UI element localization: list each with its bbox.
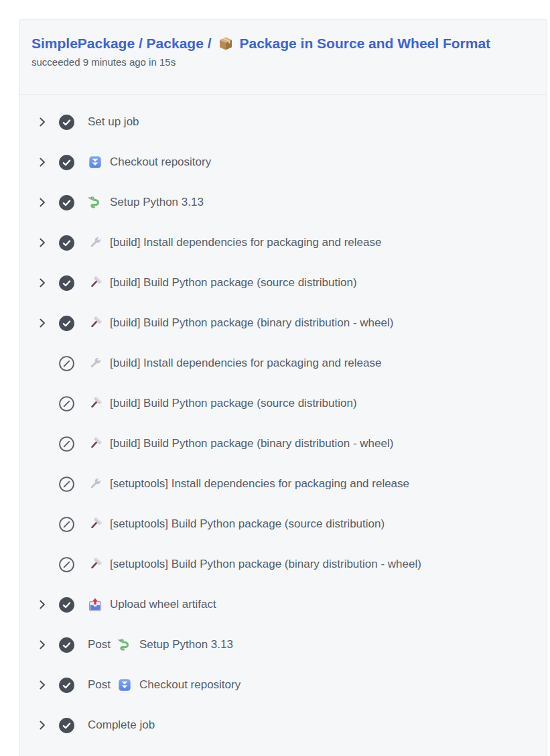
success-icon [58, 114, 75, 131]
step-label: [build] Build Python package (source dis… [110, 276, 357, 290]
breadcrumb[interactable]: SimplePackage / Package / [31, 36, 212, 52]
skipped-icon [58, 516, 75, 533]
chevron-spacer [36, 397, 48, 410]
skipped-icon [58, 436, 75, 452]
step-label: [setuptools] Build Python package (binar… [110, 558, 421, 571]
hammer-icon [88, 396, 102, 411]
success-icon [58, 637, 75, 653]
step-label-prefix: Post [88, 638, 111, 651]
chevron-right-icon[interactable] [36, 116, 48, 128]
step-label-prefix: Post [88, 678, 111, 692]
step-row[interactable]: [setuptools] Build Python package (sourc… [19, 504, 547, 544]
skipped-icon [58, 556, 75, 573]
success-icon [58, 154, 75, 171]
job-status-line: succeeded 9 minutes ago in 15s [31, 56, 535, 68]
chevron-right-icon[interactable] [36, 639, 48, 651]
job-title-text[interactable]: Package in Source and Wheel Format [240, 36, 491, 52]
checkout-icon [88, 155, 102, 170]
step-row[interactable]: [build] Build Python package (binary dis… [19, 424, 547, 464]
step-label: Setup Python 3.13 [110, 196, 204, 209]
step-row[interactable]: [build] Build Python package (source dis… [19, 383, 547, 424]
chevron-spacer [36, 558, 48, 570]
success-icon [58, 315, 75, 332]
success-icon [58, 235, 75, 251]
step-label: [build] Build Python package (source dis… [110, 397, 357, 410]
steps-list: Set up job Checkout repository Setup Pyt… [19, 94, 547, 745]
step-row[interactable]: [build] Build Python package (source dis… [19, 263, 547, 303]
step-row[interactable]: Post Setup Python 3.13 [19, 625, 547, 665]
wrench-icon [88, 235, 102, 250]
chevron-right-icon[interactable] [36, 237, 48, 249]
hammer-icon [88, 275, 102, 290]
chevron-right-icon[interactable] [36, 317, 48, 329]
hammer-icon [88, 316, 102, 330]
chevron-spacer [36, 357, 48, 369]
step-label: Checkout repository [139, 678, 240, 692]
step-row[interactable]: [setuptools] Install dependencies for pa… [19, 464, 547, 504]
success-icon [58, 677, 75, 694]
chevron-spacer [36, 518, 48, 530]
success-icon [58, 194, 75, 211]
step-row[interactable]: Post Checkout repository [19, 665, 547, 705]
upload-icon [88, 597, 102, 612]
step-row[interactable]: Complete job [19, 705, 547, 745]
step-label: [build] Build Python package (binary dis… [110, 437, 393, 450]
step-label: Checkout repository [110, 155, 211, 169]
chevron-right-icon[interactable] [36, 277, 48, 289]
step-label: [setuptools] Build Python package (sourc… [110, 517, 385, 531]
skipped-icon [58, 395, 75, 412]
wrench-icon [88, 356, 102, 371]
step-row[interactable]: Upload wheel artifact [19, 584, 547, 625]
chevron-spacer [36, 478, 48, 490]
step-label: [build] Install dependencies for packagi… [110, 236, 381, 249]
python-icon [88, 195, 102, 210]
success-icon [58, 596, 75, 613]
step-row[interactable]: [build] Install dependencies for packagi… [19, 343, 547, 383]
chevron-right-icon[interactable] [36, 598, 48, 611]
step-label: [setuptools] Install dependencies for pa… [110, 477, 409, 491]
checkout-icon [117, 678, 132, 692]
step-label: [build] Install dependencies for packagi… [110, 357, 381, 370]
step-label: Setup Python 3.13 [139, 638, 233, 651]
step-row[interactable]: Setup Python 3.13 [19, 182, 547, 223]
hammer-icon [88, 436, 102, 451]
hammer-icon [88, 557, 102, 572]
step-row[interactable]: [build] Build Python package (binary dis… [19, 303, 547, 343]
chevron-right-icon[interactable] [36, 156, 48, 168]
hammer-icon [88, 517, 102, 531]
success-icon [58, 717, 75, 734]
skipped-icon [58, 476, 75, 493]
step-label: [build] Build Python package (binary dis… [110, 316, 393, 330]
success-icon [58, 275, 75, 292]
skipped-icon [58, 355, 75, 372]
step-row[interactable]: Set up job [19, 102, 547, 142]
python-icon [117, 637, 132, 652]
wrench-icon [88, 477, 102, 491]
job-run-card: SimplePackage / Package / Package in Sou… [19, 19, 547, 756]
step-row[interactable]: [build] Install dependencies for packagi… [19, 223, 547, 263]
job-header: SimplePackage / Package / Package in Sou… [19, 19, 547, 94]
job-title-link[interactable]: SimplePackage / Package / Package in Sou… [31, 36, 535, 52]
step-label: Complete job [88, 718, 155, 732]
package-icon [218, 36, 234, 52]
chevron-right-icon[interactable] [36, 196, 48, 208]
chevron-right-icon[interactable] [36, 719, 48, 731]
step-label: Upload wheel artifact [110, 598, 216, 611]
step-row[interactable]: Checkout repository [19, 142, 547, 182]
chevron-right-icon[interactable] [36, 679, 48, 691]
step-row[interactable]: [setuptools] Build Python package (binar… [19, 544, 547, 584]
step-label: Set up job [88, 115, 139, 129]
chevron-spacer [36, 438, 48, 450]
